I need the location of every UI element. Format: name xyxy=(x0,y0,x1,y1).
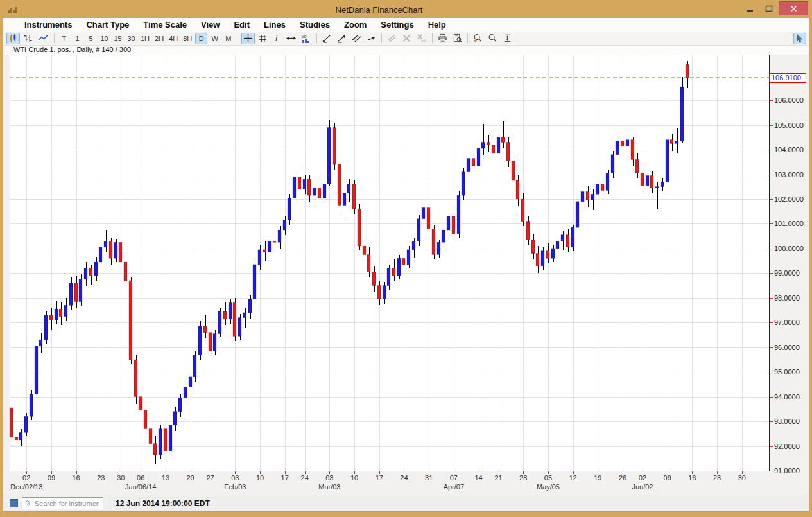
date-axis-label: 07 xyxy=(450,474,458,482)
menu-item-edit[interactable]: Edit xyxy=(227,20,257,30)
ohlc-bars-button[interactable] xyxy=(21,33,35,44)
line-chart-icon xyxy=(38,33,49,43)
chart-header-label: WTI Crude 1. pos. , Daily, # 140 / 300 xyxy=(13,46,131,53)
volume-button[interactable]: vol xyxy=(299,33,313,44)
timeframe-1h-button[interactable]: 1H xyxy=(139,33,151,44)
menu-item-view[interactable]: View xyxy=(194,20,227,30)
candle xyxy=(288,198,291,220)
menu-item-chart-type[interactable]: Chart Type xyxy=(79,20,136,30)
menu-item-time-scale[interactable]: Time Scale xyxy=(136,20,194,30)
maximize-button[interactable] xyxy=(759,1,779,15)
candle xyxy=(481,142,485,148)
candle xyxy=(402,258,405,265)
toolbar-separator xyxy=(467,33,468,43)
fit-vertical-button[interactable] xyxy=(501,33,514,44)
timeframe-10-button[interactable]: 10 xyxy=(98,33,110,44)
instrument-search[interactable]: ... xyxy=(22,497,103,509)
close-button[interactable] xyxy=(779,1,808,15)
candle xyxy=(307,179,311,195)
timeframe-m-button[interactable]: M xyxy=(222,33,234,44)
candle xyxy=(263,250,266,252)
candle xyxy=(641,173,644,186)
timeframe-d-button[interactable]: D xyxy=(195,33,207,44)
candlestick-chart-button[interactable] xyxy=(6,33,20,44)
print-button[interactable] xyxy=(436,33,449,44)
date-axis-label: 24 xyxy=(400,474,408,482)
grid-button[interactable] xyxy=(256,33,270,44)
crosshair-button[interactable] xyxy=(241,33,255,44)
candle xyxy=(541,251,544,266)
timeframe-8h-button[interactable]: 8H xyxy=(181,33,194,44)
date-axis-label: 21 xyxy=(494,474,502,482)
parallel-channel-button[interactable] xyxy=(350,33,363,44)
candle xyxy=(372,272,376,285)
print-preview-button[interactable] xyxy=(451,33,464,44)
draw-arrow-button[interactable] xyxy=(365,33,378,44)
search-input[interactable] xyxy=(33,499,100,508)
menu-item-lines[interactable]: Lines xyxy=(257,20,293,30)
timeframe-30-button[interactable]: 30 xyxy=(125,33,137,44)
timeframe-5-button[interactable]: 5 xyxy=(85,33,97,44)
candle xyxy=(506,142,510,161)
trend-ray-icon xyxy=(337,33,347,43)
price-axis-label: 92.0000 xyxy=(774,442,800,450)
candle xyxy=(655,187,659,188)
chart-region[interactable]: 107.0000106.0000105.0000104.0000103.0000… xyxy=(3,55,809,495)
toolbar-separator xyxy=(381,33,382,43)
menu-item-help[interactable]: Help xyxy=(421,20,453,30)
candle xyxy=(338,164,341,205)
delete-all-lines-button[interactable]: all xyxy=(415,33,429,44)
timeframe-2h-button[interactable]: 2H xyxy=(153,33,166,44)
price-axis-label: 95.0000 xyxy=(774,368,800,376)
last-price-label: 106.9100 xyxy=(772,74,801,82)
candle xyxy=(238,317,241,336)
info-button[interactable]: i xyxy=(271,33,283,44)
month-axis-label: Feb/03 xyxy=(224,483,246,491)
timeframe-4h-button[interactable]: 4H xyxy=(167,33,180,44)
timeframe-1-button[interactable]: 1 xyxy=(71,33,83,44)
date-axis-label: 09 xyxy=(48,474,55,482)
menu-item-settings[interactable]: Settings xyxy=(374,20,420,30)
date-axis-label: 14 xyxy=(474,474,482,482)
grid-icon xyxy=(258,33,268,43)
delete-line-button[interactable] xyxy=(400,33,413,44)
candle xyxy=(571,227,574,247)
candle xyxy=(447,216,450,230)
price-axis-label: 94.0000 xyxy=(774,393,800,401)
candle xyxy=(512,161,515,180)
candle xyxy=(253,265,256,299)
app-icon xyxy=(6,4,18,15)
date-axis-label: 10 xyxy=(350,474,358,482)
candle xyxy=(10,408,13,437)
candle xyxy=(268,241,271,252)
menu-item-zoom[interactable]: Zoom xyxy=(337,20,374,30)
date-axis-label: 03 xyxy=(325,474,333,482)
trend-line-button[interactable] xyxy=(320,33,334,44)
parallel-lines-button[interactable] xyxy=(385,33,399,44)
chart-plot-area[interactable] xyxy=(10,55,769,471)
zoom-out-button[interactable] xyxy=(486,33,499,44)
date-axis-label: 26 xyxy=(619,474,626,482)
horizontal-expand-button[interactable] xyxy=(284,33,298,44)
delete-all-lines-icon: all xyxy=(417,33,427,44)
menu-item-studies[interactable]: Studies xyxy=(293,20,337,30)
candle xyxy=(293,177,296,198)
line-chart-button[interactable] xyxy=(36,33,51,44)
candle xyxy=(367,254,370,272)
zoom-in-button[interactable] xyxy=(471,33,485,44)
minimize-button[interactable] xyxy=(740,1,759,15)
timeframe-15-button[interactable]: 15 xyxy=(112,33,124,44)
candle xyxy=(611,155,614,173)
candle xyxy=(422,207,425,218)
pointer-tool-button[interactable] xyxy=(793,33,806,44)
candle xyxy=(551,249,555,258)
date-axis-label: 13 xyxy=(162,474,169,482)
candle xyxy=(218,311,221,334)
candle xyxy=(327,127,331,184)
timeframe-t-button[interactable]: T xyxy=(58,33,70,44)
timeframe-w-button[interactable]: W xyxy=(209,33,221,44)
trend-ray-button[interactable] xyxy=(335,33,349,44)
menu-item-instruments[interactable]: Instruments xyxy=(17,20,79,30)
candle xyxy=(313,188,316,196)
candle xyxy=(149,429,152,444)
